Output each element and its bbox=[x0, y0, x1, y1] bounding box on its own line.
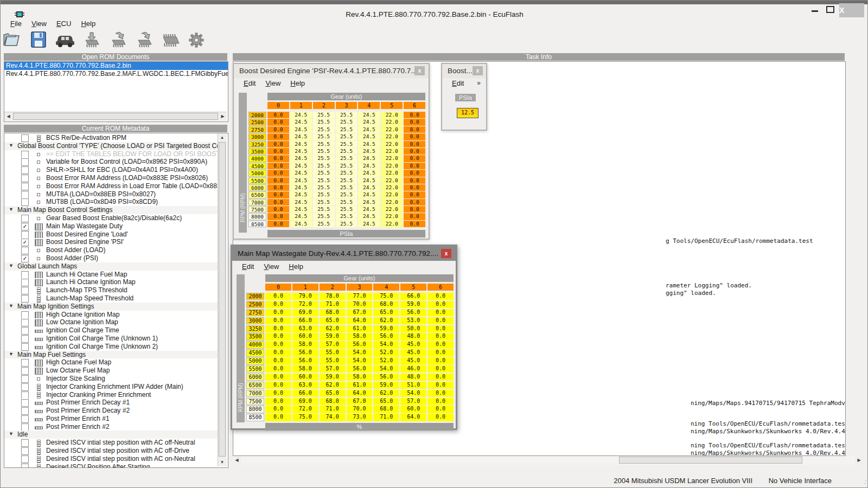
tree-item-checkbox[interactable] bbox=[21, 335, 29, 343]
table-cell[interactable]: 59.0 bbox=[373, 325, 399, 332]
table-cell[interactable]: 0.0 bbox=[427, 414, 454, 421]
table-cell[interactable]: 25.5 bbox=[313, 155, 335, 162]
table-cell[interactable]: 56.0 bbox=[347, 341, 373, 348]
table-cell[interactable]: 24.5 bbox=[358, 141, 380, 147]
rpm-row-header[interactable]: 8500 bbox=[246, 414, 264, 421]
table-cell[interactable]: 25.5 bbox=[313, 177, 335, 184]
vehicle-button[interactable] bbox=[53, 30, 77, 51]
table-cell[interactable]: 0.0 bbox=[265, 309, 291, 316]
menu-item-ecu[interactable]: ECU bbox=[56, 20, 71, 28]
tree-item-checkbox[interactable] bbox=[21, 319, 29, 326]
table-cell[interactable]: 0.0 bbox=[427, 382, 454, 389]
collapse-arrow-icon[interactable]: ▼ bbox=[9, 351, 14, 357]
table-cell[interactable]: 24.5 bbox=[290, 213, 312, 220]
table-cell[interactable]: 60.0 bbox=[292, 374, 318, 381]
tree-item-checkbox[interactable] bbox=[21, 367, 29, 375]
tree-item-checkbox[interactable] bbox=[21, 295, 29, 303]
tree-section[interactable]: ▼Main Map Fuel Settings bbox=[4, 351, 218, 359]
table-cell[interactable]: 62.0 bbox=[373, 317, 399, 324]
tree-item-checkbox[interactable] bbox=[21, 175, 29, 182]
table-cell[interactable]: 25.5 bbox=[336, 141, 358, 147]
gear-column-header[interactable]: 1 bbox=[292, 284, 318, 291]
table-cell[interactable]: 24.5 bbox=[290, 170, 312, 176]
table-cell[interactable]: 0.0 bbox=[267, 191, 289, 198]
rpm-row-header[interactable]: 7000 bbox=[248, 199, 266, 206]
table-cell[interactable]: 0.0 bbox=[427, 317, 454, 324]
table-cell[interactable]: 24.5 bbox=[290, 112, 312, 118]
table-cell[interactable]: 25.5 bbox=[313, 170, 335, 176]
table-cell[interactable]: 25.5 bbox=[313, 191, 335, 198]
tree-item[interactable]: Desired ISCV intial step position with A… bbox=[4, 439, 218, 447]
tree-item[interactable]: Post Primer Enrich Decay #1 bbox=[4, 399, 218, 407]
table-cell[interactable]: 0.0 bbox=[427, 301, 454, 308]
tree-item[interactable]: ✓Main Map Wastegate Duty bbox=[4, 222, 218, 230]
rpm-row-header[interactable]: 8000 bbox=[246, 406, 264, 413]
menu-item-edit[interactable]: Edit bbox=[452, 79, 464, 87]
menu-item-help[interactable]: Help bbox=[290, 79, 305, 87]
table-cell[interactable]: 0.0 bbox=[265, 406, 291, 413]
table-cell[interactable]: 62.0 bbox=[320, 325, 346, 332]
table-cell[interactable]: 0.0 bbox=[265, 398, 291, 405]
table-cell[interactable]: 51.0 bbox=[400, 382, 426, 389]
table-cell[interactable]: 68.0 bbox=[320, 398, 346, 405]
table-cell[interactable]: 22.0 bbox=[381, 191, 403, 198]
table-cell[interactable]: 24.5 bbox=[358, 199, 380, 206]
table-cell[interactable]: 61.0 bbox=[347, 382, 373, 389]
table-cell[interactable]: 25.5 bbox=[313, 221, 335, 227]
table-cell[interactable]: 25.5 bbox=[336, 191, 358, 198]
gear-column-header[interactable]: 1 bbox=[290, 102, 312, 109]
rpm-row-header[interactable]: 4000 bbox=[246, 341, 264, 348]
table-cell[interactable]: 70.0 bbox=[347, 406, 373, 413]
rpm-row-header[interactable]: 5500 bbox=[246, 365, 264, 373]
scroll-left-arrow-icon[interactable]: ◀ bbox=[233, 456, 241, 464]
table-cell[interactable]: 57.0 bbox=[400, 398, 426, 405]
table-cell[interactable]: 24.5 bbox=[358, 126, 380, 133]
collapse-arrow-icon[interactable]: ▼ bbox=[9, 207, 14, 212]
rpm-row-header[interactable]: 2000 bbox=[246, 293, 264, 300]
rpm-row-header[interactable]: 6000 bbox=[246, 374, 264, 381]
table-cell[interactable]: 0.0 bbox=[404, 213, 425, 220]
tree-section[interactable]: ▼Main Map Boost Control Settings bbox=[4, 206, 218, 214]
table-cell[interactable]: 24.5 bbox=[358, 119, 380, 125]
table-cell[interactable]: 54.0 bbox=[347, 349, 373, 356]
tree-item-checkbox[interactable] bbox=[21, 183, 29, 190]
table-cell[interactable]: 25.5 bbox=[313, 184, 335, 191]
rpm-row-header[interactable]: 6500 bbox=[248, 191, 266, 198]
table-cell[interactable]: 54.0 bbox=[400, 390, 426, 397]
rpm-row-header[interactable]: 7500 bbox=[246, 398, 264, 405]
table-cell[interactable]: 24.5 bbox=[358, 112, 380, 118]
table-cell[interactable]: 0.0 bbox=[404, 177, 425, 184]
table-cell[interactable]: 22.0 bbox=[381, 206, 403, 213]
scroll-up-arrow-icon[interactable]: ▲ bbox=[218, 133, 226, 142]
table-cell[interactable]: 69.0 bbox=[292, 309, 318, 316]
gear-column-header[interactable]: 6 bbox=[404, 102, 425, 109]
table-cell[interactable]: 62.0 bbox=[373, 390, 399, 397]
tree-item[interactable]: == EDIT THE TABLES BELOW FOR LOAD OR PSI… bbox=[4, 150, 218, 158]
table-cell[interactable]: 25.5 bbox=[336, 184, 358, 191]
table-cell[interactable]: 24.5 bbox=[358, 184, 380, 191]
tree-item[interactable]: ✓Boost Desired Engine 'PSI' bbox=[4, 238, 218, 246]
gear-column-header[interactable]: 2 bbox=[320, 284, 346, 291]
table-cell[interactable]: 24.5 bbox=[358, 206, 380, 213]
table-cell[interactable]: 0.0 bbox=[267, 126, 289, 133]
table-cell[interactable]: 66.0 bbox=[400, 293, 426, 300]
maximize-button[interactable] bbox=[823, 5, 837, 16]
tree-item[interactable]: Post Primer Enrich #2 bbox=[4, 423, 218, 431]
scroll-down-arrow-icon[interactable]: ▼ bbox=[218, 458, 226, 466]
table-cell[interactable]: 25.5 bbox=[336, 155, 358, 162]
table-cell[interactable]: 48.0 bbox=[400, 333, 426, 340]
rpm-row-header[interactable]: 2000 bbox=[248, 112, 266, 118]
rpm-row-header[interactable]: 5000 bbox=[248, 170, 266, 176]
rpm-row-header[interactable]: 3000 bbox=[246, 317, 264, 324]
rpm-row-header[interactable]: 4500 bbox=[248, 163, 266, 169]
tree-item[interactable]: Desired ISCV Position After Starting bbox=[4, 463, 218, 468]
table-cell[interactable]: 0.0 bbox=[267, 206, 289, 213]
mdi-hscrollbar[interactable]: ◀ ▶ bbox=[233, 456, 863, 465]
boost-adder-value-cell[interactable]: 12.5 bbox=[457, 108, 478, 118]
table-cell[interactable]: 0.0 bbox=[267, 221, 289, 227]
table-cell[interactable]: 46.0 bbox=[400, 365, 426, 373]
rpm-row-header[interactable]: 3250 bbox=[246, 325, 264, 332]
table-cell[interactable]: 25.5 bbox=[336, 163, 358, 169]
rpm-row-header[interactable]: 2500 bbox=[246, 301, 264, 308]
table-cell[interactable]: 0.0 bbox=[265, 341, 291, 348]
